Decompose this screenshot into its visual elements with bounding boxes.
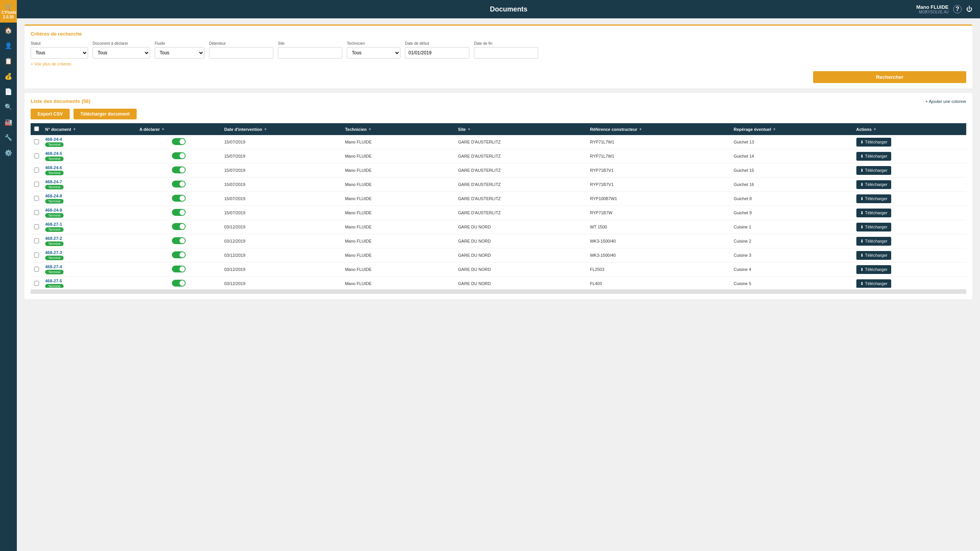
telecharger-document-button[interactable]: Télécharger document bbox=[74, 109, 137, 119]
doc-num: 468-27-1 bbox=[45, 222, 62, 227]
adeclarer-toggle[interactable] bbox=[172, 138, 186, 145]
row-checkbox[interactable] bbox=[34, 153, 39, 158]
site-input[interactable] bbox=[278, 47, 342, 59]
select-all-checkbox[interactable] bbox=[34, 126, 39, 131]
row-checkbox[interactable] bbox=[34, 281, 39, 286]
sidebar-item-maintenance[interactable]: 🔧 bbox=[0, 130, 17, 145]
telecharger-button[interactable]: ⬇ Télécharger bbox=[856, 279, 892, 288]
voir-plus-link[interactable]: + Voir plus de criteres bbox=[31, 62, 71, 66]
adeclarer-toggle[interactable] bbox=[172, 223, 186, 230]
row-actions-cell: ⬇ Télécharger bbox=[853, 135, 966, 149]
row-date-cell: 03/12/2019 bbox=[221, 220, 342, 234]
adeclarer-toggle[interactable] bbox=[172, 237, 186, 244]
row-checkbox[interactable] bbox=[34, 196, 39, 201]
th-rep[interactable]: Repérage éventuel ▼ bbox=[730, 123, 853, 135]
row-checkbox-cell bbox=[31, 206, 42, 220]
statut-select[interactable]: Tous Terminé En cours bbox=[31, 47, 88, 59]
th-tech[interactable]: Technicien ▼ bbox=[342, 123, 455, 135]
date-debut-input[interactable]: 01/01/2019 bbox=[405, 47, 469, 59]
row-checkbox[interactable] bbox=[34, 238, 39, 243]
th-ref[interactable]: Référence constructeur ▼ bbox=[587, 123, 730, 135]
sidebar-item-finance[interactable]: 💰 bbox=[0, 68, 17, 84]
row-checkbox[interactable] bbox=[34, 224, 39, 229]
row-num-cell: 468-24-5 Terminé bbox=[42, 149, 136, 163]
row-num-cell: 468-27-5 Terminé bbox=[42, 277, 136, 288]
add-column-link[interactable]: + Ajouter une colonne bbox=[925, 99, 966, 104]
adeclarer-toggle[interactable] bbox=[172, 266, 186, 272]
adeclarer-toggle[interactable] bbox=[172, 209, 186, 216]
adeclarer-toggle[interactable] bbox=[172, 181, 186, 187]
status-badge: Terminé bbox=[45, 171, 64, 175]
export-csv-button[interactable]: Export CSV bbox=[31, 109, 70, 119]
row-checkbox[interactable] bbox=[34, 210, 39, 215]
sidebar-item-documents[interactable]: 📄 bbox=[0, 84, 17, 99]
telecharger-button[interactable]: ⬇ Télécharger bbox=[856, 180, 892, 189]
download-icon: ⬇ bbox=[860, 253, 864, 258]
row-checkbox[interactable] bbox=[34, 168, 39, 173]
th-actions[interactable]: Actions ▼ bbox=[853, 123, 966, 135]
row-checkbox-cell bbox=[31, 149, 42, 163]
telecharger-button[interactable]: ⬇ Télécharger bbox=[856, 152, 892, 161]
logout-icon[interactable]: ⏻ bbox=[966, 6, 972, 13]
sidebar-item-equipments[interactable]: 🏭 bbox=[0, 114, 17, 130]
row-actions-cell: ⬇ Télécharger bbox=[853, 206, 966, 220]
telecharger-button[interactable]: ⬇ Télécharger bbox=[856, 223, 892, 231]
row-checkbox[interactable] bbox=[34, 139, 39, 144]
th-actions-label: Actions bbox=[856, 127, 872, 132]
telecharger-button[interactable]: ⬇ Télécharger bbox=[856, 194, 892, 203]
th-num[interactable]: N° document ▼ bbox=[42, 123, 136, 135]
row-checkbox[interactable] bbox=[34, 253, 39, 258]
row-adeclarer-cell bbox=[136, 135, 221, 149]
app-logo: 🛒 C'Fluide 2.0.30 bbox=[0, 0, 17, 23]
telecharger-button[interactable]: ⬇ Télécharger bbox=[856, 265, 892, 274]
telecharger-button[interactable]: ⬇ Télécharger bbox=[856, 138, 892, 147]
telecharger-label: Télécharger bbox=[865, 267, 888, 272]
sidebar-item-interventions[interactable]: 📋 bbox=[0, 53, 17, 68]
criteria-row: Statut Tous Terminé En cours Document à … bbox=[31, 41, 966, 59]
adeclarer-toggle[interactable] bbox=[172, 251, 186, 258]
adeclarer-toggle[interactable] bbox=[172, 166, 186, 173]
th-adeclarer[interactable]: A déclarer ▼ bbox=[136, 123, 221, 135]
telecharger-button[interactable]: ⬇ Télécharger bbox=[856, 209, 892, 217]
adeclarer-toggle[interactable] bbox=[172, 280, 186, 287]
row-date-cell: 15/07/2019 bbox=[221, 192, 342, 206]
sidebar-item-home[interactable]: 🏠 bbox=[0, 23, 17, 38]
sidebar-item-settings[interactable]: ⚙️ bbox=[0, 145, 17, 160]
th-site[interactable]: Site ▼ bbox=[455, 123, 587, 135]
detenteur-input[interactable] bbox=[209, 47, 273, 59]
adeclarer-toggle[interactable] bbox=[172, 195, 186, 202]
sort-adeclarer-icon: ▼ bbox=[162, 127, 165, 131]
document-select[interactable]: Tous Oui Non bbox=[93, 47, 150, 59]
sidebar-item-search[interactable]: 🔍 bbox=[0, 99, 17, 114]
row-tech-cell: Mano FLUIDE bbox=[342, 163, 455, 178]
horizontal-scrollbar[interactable] bbox=[31, 289, 966, 294]
th-date[interactable]: Date d'intervention ▼ bbox=[221, 123, 342, 135]
row-num-cell: 468-27-1 Terminé bbox=[42, 220, 136, 234]
telecharger-label: Télécharger bbox=[865, 140, 888, 144]
row-actions-cell: ⬇ Télécharger bbox=[853, 178, 966, 192]
download-icon: ⬇ bbox=[860, 281, 864, 286]
technicien-field: Technicien Tous Mano FLUIDE bbox=[347, 41, 400, 59]
content-area: Critères de recherche Statut Tous Termin… bbox=[17, 18, 980, 551]
help-icon[interactable]: ? bbox=[953, 5, 962, 13]
row-ref-cell: RYP71L7W1 bbox=[587, 135, 730, 149]
sort-rep-icon: ▼ bbox=[773, 127, 776, 131]
date-fin-input[interactable] bbox=[474, 47, 538, 59]
row-tech-cell: Mano FLUIDE bbox=[342, 262, 455, 277]
adeclarer-toggle[interactable] bbox=[172, 152, 186, 159]
telecharger-button[interactable]: ⬇ Télécharger bbox=[856, 251, 892, 260]
telecharger-button[interactable]: ⬇ Télécharger bbox=[856, 237, 892, 246]
technicien-select[interactable]: Tous Mano FLUIDE bbox=[347, 47, 400, 59]
telecharger-button[interactable]: ⬇ Télécharger bbox=[856, 166, 892, 175]
site-label: Site bbox=[278, 41, 342, 46]
row-checkbox[interactable] bbox=[34, 267, 39, 272]
sidebar-item-users[interactable]: 👤 bbox=[0, 38, 17, 53]
rechercher-button[interactable]: Rechercher bbox=[813, 71, 966, 83]
row-checkbox-cell bbox=[31, 192, 42, 206]
row-checkbox-cell bbox=[31, 220, 42, 234]
fluide-select[interactable]: Tous R410A bbox=[155, 47, 204, 59]
technicien-label: Technicien bbox=[347, 41, 400, 46]
row-num-cell: 468-27-2 Terminé bbox=[42, 234, 136, 248]
row-rep-cell: Guichet 9 bbox=[730, 206, 853, 220]
row-checkbox[interactable] bbox=[34, 182, 39, 187]
